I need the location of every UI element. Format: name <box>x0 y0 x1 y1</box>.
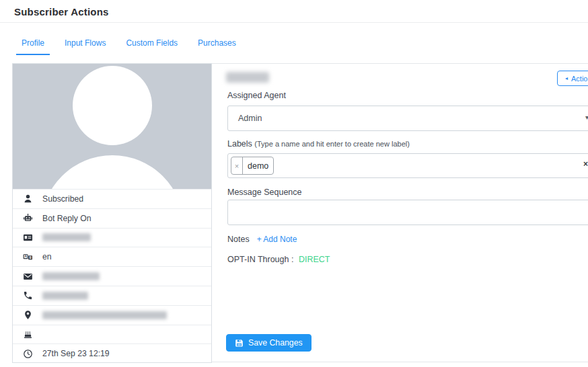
labels-label-text: Labels <box>227 139 252 149</box>
optin-line: OPT-IN Through : DIRECT <box>227 255 330 264</box>
remove-tag-icon[interactable]: × <box>231 157 243 174</box>
row-email <box>13 266 211 286</box>
tab-custom-fields[interactable]: Custom Fields <box>120 34 183 55</box>
caret-left-icon: ◂ <box>565 76 568 81</box>
email-icon <box>22 271 33 282</box>
row-location <box>13 305 211 325</box>
robot-icon <box>22 213 33 224</box>
subscriber-card: Subscribed Bot Reply On <box>12 63 212 363</box>
assigned-agent-label: Assigned Agent <box>227 91 286 100</box>
redacted-subscriber-id <box>42 233 91 241</box>
label-tag-text: demo <box>243 157 273 174</box>
id-card-icon <box>22 232 33 243</box>
phone-icon <box>22 290 33 301</box>
message-sequence-input[interactable] <box>227 200 588 225</box>
actions-button-label: Actions <box>571 75 588 83</box>
redacted-phone <box>42 292 88 300</box>
redacted-email <box>42 272 100 280</box>
optin-value: DIRECT <box>299 255 330 264</box>
labels-input[interactable]: × demo × <box>227 153 588 178</box>
avatar-head-shape <box>73 66 152 145</box>
tab-bar: Profile Input Flows Custom Fields Purcha… <box>16 34 251 55</box>
location-icon <box>22 310 33 321</box>
clear-labels-icon[interactable]: × <box>583 160 588 168</box>
row-phone <box>13 286 211 305</box>
language-value: en <box>42 252 52 261</box>
header-divider <box>0 22 588 23</box>
clock-icon <box>22 348 33 359</box>
labels-hint: (Type a name and hit enter to create new… <box>254 140 410 148</box>
subscription-status: Subscribed <box>42 194 83 204</box>
row-subscriber-id <box>13 228 211 247</box>
bot-reply-status: Bot Reply On <box>42 214 91 223</box>
notes-section: Notes + Add Note <box>227 235 297 244</box>
redacted-location <box>42 311 167 319</box>
save-icon <box>235 339 244 348</box>
add-note-link[interactable]: + Add Note <box>257 235 297 244</box>
tab-profile[interactable]: Profile <box>16 34 50 55</box>
birthday-cake-icon <box>22 329 33 339</box>
svg-text:A: A <box>24 255 27 258</box>
row-subscribed-date: 27th Sep 23 12:19 <box>13 343 211 363</box>
save-changes-label: Save Changes <box>248 338 303 348</box>
row-bot-reply: Bot Reply On <box>13 208 211 228</box>
notes-label: Notes <box>227 235 250 244</box>
language-icon: A B <box>22 251 33 262</box>
optin-label: OPT-IN Through : <box>227 255 293 264</box>
user-icon <box>22 194 33 204</box>
details-panel: ◂ Actions Assigned Agent Admin ▾ Labels … <box>212 63 588 362</box>
row-birthday <box>13 325 211 344</box>
labels-label: Labels (Type a name and hit enter to cre… <box>227 139 410 149</box>
subscribed-date: 27th Sep 23 12:19 <box>42 349 110 358</box>
caret-down-icon: ▾ <box>585 114 588 121</box>
save-changes-button[interactable]: Save Changes <box>226 334 311 352</box>
assigned-agent-select[interactable]: Admin ▾ <box>227 106 588 131</box>
label-tag: × demo <box>231 157 274 175</box>
avatar-torso-shape <box>41 155 184 189</box>
assigned-agent-value: Admin <box>238 114 262 123</box>
redacted-subscriber-name <box>226 72 269 83</box>
row-subscription-status: Subscribed <box>13 189 211 208</box>
tab-purchases[interactable]: Purchases <box>192 34 242 55</box>
row-language: A B en <box>13 247 211 266</box>
actions-button[interactable]: ◂ Actions <box>557 71 588 86</box>
subscriber-actions-page: Subscriber Actions Profile Input Flows C… <box>0 0 588 367</box>
message-sequence-label: Message Sequence <box>227 188 302 197</box>
page-title: Subscriber Actions <box>14 6 109 17</box>
tab-input-flows[interactable]: Input Flows <box>59 34 111 55</box>
avatar <box>13 64 211 189</box>
